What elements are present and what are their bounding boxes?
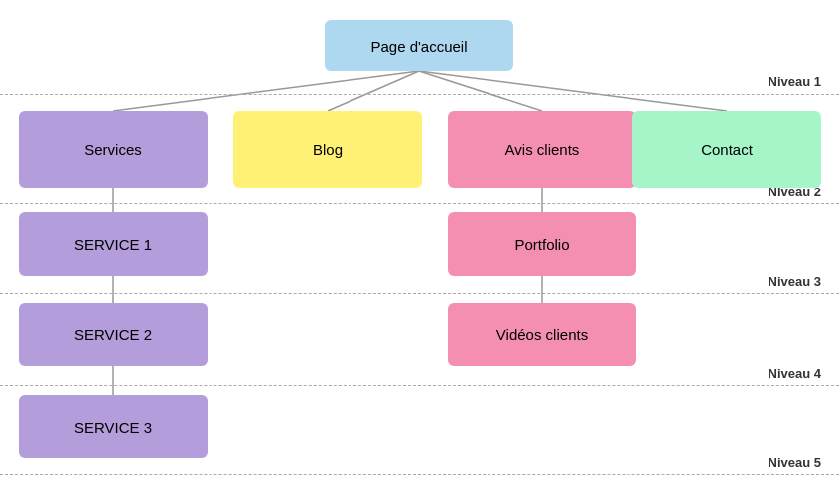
node-service1[interactable]: SERVICE 1 <box>19 212 208 276</box>
node-contact[interactable]: Contact <box>632 111 821 188</box>
level-4-row <box>0 385 839 386</box>
diagram: Niveau 1 Niveau 2 Niveau 3 Niveau 4 Nive… <box>0 0 839 504</box>
node-service3[interactable]: SERVICE 3 <box>19 395 208 458</box>
level-2-row <box>0 203 839 204</box>
node-home[interactable]: Page d'accueil <box>325 20 513 71</box>
svg-line-1 <box>328 71 419 111</box>
svg-line-3 <box>419 71 727 111</box>
svg-line-2 <box>419 71 542 111</box>
node-service2[interactable]: SERVICE 2 <box>19 303 208 366</box>
node-blog[interactable]: Blog <box>233 111 422 188</box>
node-avis[interactable]: Avis clients <box>448 111 636 188</box>
level-3-row <box>0 293 839 294</box>
node-portfolio[interactable]: Portfolio <box>448 212 636 276</box>
level-5-label: Niveau 5 <box>769 455 821 470</box>
level-1-label: Niveau 1 <box>769 74 821 89</box>
level-5-row <box>0 474 839 475</box>
node-videos[interactable]: Vidéos clients <box>448 303 636 366</box>
node-services[interactable]: Services <box>19 111 208 188</box>
svg-line-0 <box>113 71 419 111</box>
level-4-label: Niveau 4 <box>769 366 821 381</box>
level-3-label: Niveau 3 <box>769 274 821 289</box>
level-1-row <box>0 94 839 95</box>
